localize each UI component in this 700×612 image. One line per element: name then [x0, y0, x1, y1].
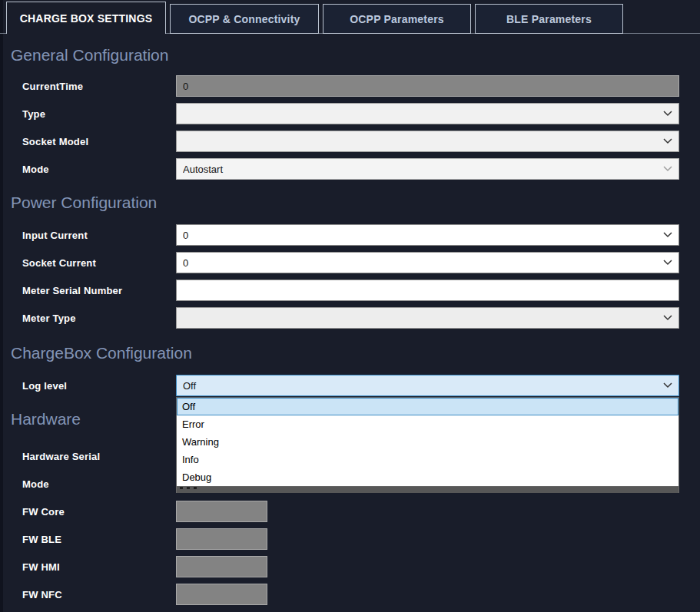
chevron-down-icon [663, 315, 672, 321]
row-currenttime: CurrentTime 0 [22, 75, 679, 97]
row-fw-nfc: FW NFC [22, 584, 679, 605]
section-title-general-configuration: General Configuration [11, 45, 700, 66]
currenttime-label: CurrentTime [22, 81, 176, 92]
meter-serial-input[interactable] [183, 280, 672, 300]
mode-select: Autostart [176, 158, 679, 180]
tab-label: CHARGE BOX SETTINGS [20, 12, 153, 25]
socket-model-select[interactable] [176, 131, 679, 152]
row-input-current: Input Current 0 [22, 224, 679, 246]
row-socket-current: Socket Current 0 [22, 252, 679, 273]
mode-label: Mode [22, 164, 176, 175]
fw-core-label: FW Core [22, 506, 176, 518]
fw-core-input [176, 501, 267, 522]
obscured-hardware-mode-field [176, 487, 679, 493]
fw-nfc-input [176, 584, 267, 605]
log-level-option-off[interactable]: Off [177, 398, 678, 415]
currenttime-value: 0 [183, 81, 672, 92]
input-current-label: Input Current [22, 230, 176, 241]
log-level-option-info[interactable]: Info [177, 451, 678, 468]
hardware-mode-label: Mode [22, 478, 176, 490]
tab-charge-box-settings[interactable]: CHARGE BOX SETTINGS [6, 2, 166, 34]
row-meter-serial-number: Meter Serial Number [22, 280, 679, 301]
type-select[interactable] [176, 103, 679, 124]
row-fw-ble: FW BLE [22, 528, 679, 550]
tab-ble-parameters[interactable]: BLE Parameters [475, 4, 623, 34]
fw-nfc-label: FW NFC [22, 589, 176, 600]
socket-current-value: 0 [183, 257, 659, 269]
chevron-down-icon [663, 382, 672, 389]
log-level-dropdown-popup: Off Error Warning Info Debug [176, 397, 679, 493]
socket-model-label: Socket Model [22, 136, 176, 147]
meter-serial-label: Meter Serial Number [22, 285, 176, 296]
fw-hmi-input [176, 556, 267, 577]
row-log-level: Log level Off Off Error Warning Info Deb… [22, 375, 679, 396]
socket-current-label: Socket Current [22, 257, 176, 269]
input-current-select[interactable]: 0 [176, 224, 679, 246]
section-title-chargebox-configuration: ChargeBox Configuration [11, 342, 700, 364]
socket-current-select[interactable]: 0 [176, 252, 679, 273]
fw-hmi-label: FW HMI [22, 561, 176, 573]
mode-value: Autostart [183, 164, 659, 175]
section-title-power-configuration: Power Configuration [11, 192, 700, 213]
row-type: Type [22, 103, 679, 124]
log-level-option-warning[interactable]: Warning [177, 433, 678, 451]
row-meter-type: Meter Type [22, 307, 679, 329]
chevron-down-icon [663, 232, 672, 238]
hardware-serial-label: Hardware Serial [22, 451, 176, 462]
tab-strip: CHARGE BOX SETTINGS OCPP & Connectivity … [0, 0, 700, 34]
tab-label: OCPP Parameters [350, 13, 444, 25]
meter-type-select[interactable] [176, 307, 679, 329]
log-level-select[interactable]: Off [176, 375, 679, 396]
type-label: Type [22, 108, 176, 120]
tab-ocpp-connectivity[interactable]: OCPP & Connectivity [170, 4, 319, 34]
chevron-down-icon [663, 166, 672, 172]
log-level-value: Off [183, 380, 659, 392]
fw-ble-input [176, 528, 267, 550]
tab-label: OCPP & Connectivity [188, 13, 300, 25]
input-current-value: 0 [183, 230, 659, 241]
obscured-text-fragment [180, 487, 198, 489]
row-mode: Mode Autostart [22, 158, 679, 180]
log-level-option-debug[interactable]: Debug [177, 468, 678, 486]
chevron-down-icon [663, 260, 672, 266]
log-level-label: Log level [22, 380, 176, 392]
meter-serial-input-wrap [176, 280, 679, 301]
log-level-option-error[interactable]: Error [177, 415, 678, 433]
chevron-down-icon [663, 138, 672, 144]
row-fw-core: FW Core [22, 501, 679, 522]
row-fw-hmi: FW HMI [22, 556, 679, 577]
currenttime-input: 0 [176, 75, 679, 97]
log-level-option-list: Off Error Warning Info Debug [176, 397, 679, 487]
chevron-down-icon [663, 111, 672, 117]
row-socket-model: Socket Model [22, 131, 679, 152]
tab-label: BLE Parameters [506, 13, 592, 25]
meter-type-label: Meter Type [22, 313, 176, 324]
fw-ble-label: FW BLE [22, 534, 176, 545]
tab-ocpp-parameters[interactable]: OCPP Parameters [323, 4, 471, 34]
